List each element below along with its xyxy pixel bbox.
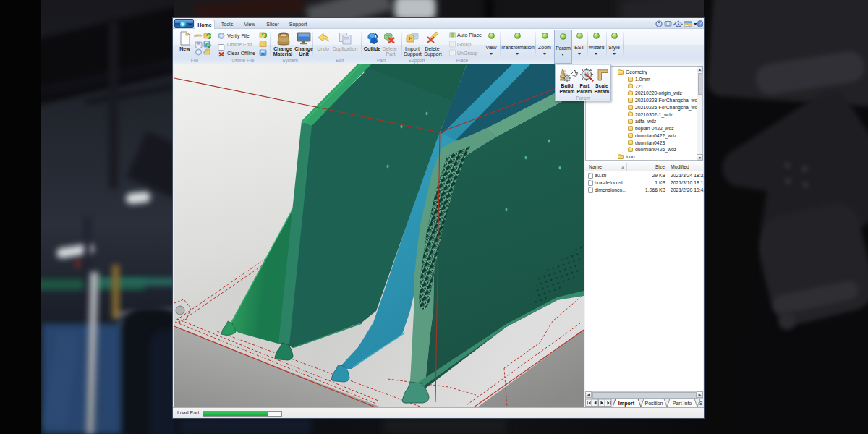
svg-text:Import: Import [618, 400, 635, 407]
svg-text:?: ? [699, 21, 702, 26]
svg-text:Position: Position [645, 401, 663, 406]
svg-text:Part Info: Part Info [673, 401, 692, 406]
svg-text:S: S [699, 401, 703, 406]
